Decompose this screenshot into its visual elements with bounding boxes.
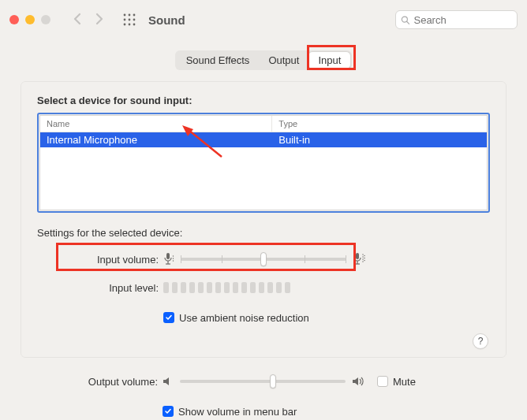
mic-low-icon	[163, 253, 174, 266]
forward-button[interactable]	[95, 13, 104, 28]
svg-point-23	[362, 254, 363, 255]
checkbox-icon	[163, 406, 174, 417]
svg-point-2	[133, 14, 136, 17]
svg-point-27	[364, 255, 364, 256]
svg-point-7	[129, 24, 131, 26]
checkbox-icon	[377, 376, 388, 387]
mic-high-icon	[353, 253, 365, 266]
search-icon	[401, 15, 409, 25]
output-volume-slider[interactable]	[180, 380, 346, 383]
device-row[interactable]: Internal Microphone Built-in	[40, 132, 487, 147]
input-panel: Select a device for sound input: Name Ty…	[21, 81, 506, 358]
svg-rect-20	[356, 253, 359, 259]
page-title: Sound	[148, 13, 185, 27]
minimize-window-button[interactable]	[25, 15, 35, 24]
back-button[interactable]	[73, 13, 81, 28]
mute-label: Mute	[393, 376, 416, 388]
window-controls	[9, 15, 50, 24]
tab-input[interactable]: Input	[308, 52, 350, 69]
selected-device-settings-label: Settings for the selected device:	[37, 227, 490, 239]
search-input[interactable]	[413, 14, 512, 26]
svg-point-17	[173, 255, 174, 256]
speaker-low-icon	[163, 376, 174, 387]
svg-point-26	[362, 261, 363, 262]
column-type: Type	[272, 116, 487, 132]
help-button[interactable]: ?	[473, 333, 488, 349]
device-list-header: Name Type	[40, 116, 487, 132]
device-list-highlight: Name Type Internal Microphone Built-in	[37, 113, 490, 213]
column-name: Name	[40, 116, 272, 132]
svg-point-24	[362, 256, 363, 257]
checkbox-icon	[163, 312, 174, 323]
device-type: Built-in	[272, 132, 487, 147]
svg-rect-13	[166, 253, 170, 259]
show-menu-label: Show volume in menu bar	[178, 406, 297, 418]
svg-point-25	[362, 258, 363, 259]
noise-reduction-checkbox[interactable]: Use ambient noise reduction	[163, 312, 309, 324]
close-window-button[interactable]	[9, 15, 19, 24]
tab-bar: Sound Effects Output Input	[175, 50, 353, 70]
global-sound-section: Output volume: Mute	[21, 370, 506, 420]
show-all-icon[interactable]	[123, 13, 136, 26]
svg-point-6	[124, 24, 126, 26]
maximize-window-button[interactable]	[41, 15, 50, 24]
svg-point-18	[173, 258, 174, 258]
svg-point-1	[129, 14, 131, 17]
device-list[interactable]: Name Type Internal Microphone Built-in	[39, 115, 488, 210]
mute-checkbox[interactable]: Mute	[377, 376, 416, 388]
search-field[interactable]	[395, 10, 518, 29]
input-volume-slider[interactable]	[181, 258, 346, 261]
show-menu-checkbox[interactable]: Show volume in menu bar	[163, 406, 297, 418]
noise-reduction-label: Use ambient noise reduction	[179, 312, 309, 324]
svg-line-10	[407, 21, 409, 24]
device-name: Internal Microphone	[40, 132, 272, 147]
svg-point-5	[133, 19, 136, 21]
svg-point-0	[124, 14, 126, 17]
input-volume-label: Input volume:	[61, 254, 163, 266]
svg-point-8	[133, 24, 136, 26]
titlebar: Sound	[0, 0, 527, 39]
input-level-label: Input level:	[61, 282, 163, 294]
svg-point-19	[173, 260, 174, 261]
output-volume-label: Output volume:	[60, 376, 163, 388]
speaker-high-icon	[352, 376, 366, 387]
svg-point-4	[129, 19, 131, 21]
input-level-meter	[163, 282, 290, 293]
svg-point-28	[364, 258, 364, 258]
tab-sound-effects[interactable]: Sound Effects	[177, 52, 260, 69]
device-list-heading: Select a device for sound input:	[37, 95, 490, 106]
svg-point-29	[364, 260, 364, 261]
svg-point-3	[124, 19, 126, 21]
tab-output[interactable]: Output	[259, 52, 308, 69]
